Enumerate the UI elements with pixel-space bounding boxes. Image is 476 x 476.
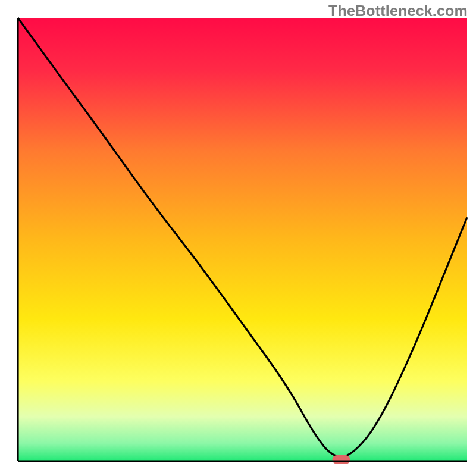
bottleneck-chart <box>0 0 476 476</box>
watermark-text: TheBottleneck.com <box>328 2 468 20</box>
optimal-marker <box>333 455 350 464</box>
chart-container: { "watermark": "TheBottleneck.com", "cha… <box>0 0 476 476</box>
plot-background <box>18 18 467 461</box>
